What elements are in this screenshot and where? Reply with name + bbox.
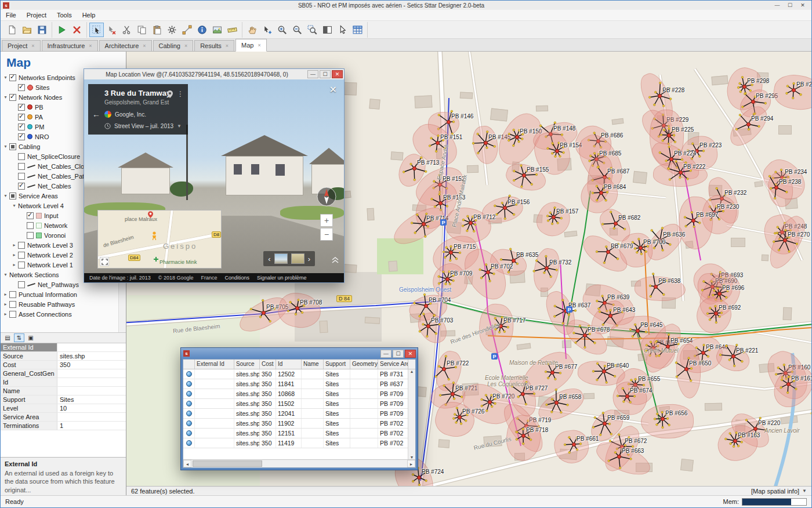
column-header-external-id[interactable]: External Id [195, 360, 234, 369]
data-table-window[interactable]: s — ☐ ✕ External IdSourceCostIdNameSuppo… [180, 347, 418, 470]
layer-checkbox[interactable] [18, 153, 25, 160]
photo-thumbnail[interactable] [291, 253, 304, 264]
layer-checkbox[interactable] [18, 183, 25, 190]
table-row[interactable]: sites.shp35011902SitesPB #702 [183, 419, 415, 429]
tree-expander-icon[interactable]: ▾ [2, 272, 9, 277]
street-view-photo[interactable]: ← 3 Rue du Tramway Geispolsheim, Grand E… [84, 79, 344, 273]
chevron-down-icon[interactable]: ▼ [177, 124, 182, 129]
layer-checkbox[interactable] [9, 94, 16, 101]
column-header-geometry[interactable]: Geometry [350, 360, 378, 369]
map-spatial-info[interactable]: [Map spatial info] ▼ [751, 488, 807, 495]
tree-expander-icon[interactable]: ▾ [2, 75, 9, 80]
table-row[interactable]: sites.shp35011841SitesPB #637 [183, 379, 415, 389]
tree-expander-icon[interactable]: ▾ [2, 193, 9, 198]
chevron-down-icon[interactable]: ▼ [802, 488, 807, 494]
tree-expander-icon[interactable]: ▸ [2, 302, 9, 307]
scroll-left-icon[interactable]: ◄ [183, 460, 191, 467]
property-value[interactable]: sites.shp [57, 352, 126, 360]
layer-checkbox[interactable] [18, 252, 25, 259]
column-header-source[interactable]: Source [234, 360, 260, 369]
layer-checkbox[interactable] [18, 104, 25, 111]
property-value[interactable]: 1 [57, 422, 126, 430]
select-button[interactable] [89, 23, 104, 37]
stop-button[interactable] [70, 23, 84, 37]
tab-infrastructure[interactable]: Infrastructure× [42, 40, 98, 51]
info-button[interactable] [195, 23, 209, 37]
property-row[interactable]: Level10 [1, 404, 126, 413]
layer-checkbox[interactable] [9, 193, 16, 199]
tree-expander-icon[interactable]: ▾ [2, 144, 9, 149]
tree-item[interactable]: ▸Reusable Pathways [1, 299, 126, 309]
select-area-button[interactable] [260, 23, 274, 37]
prev-photo-icon[interactable]: ‹ [268, 255, 270, 263]
close-button[interactable]: ✕ [796, 2, 809, 8]
scroll-right-icon[interactable]: ► [407, 460, 415, 467]
pointer-button[interactable] [335, 23, 350, 37]
table-row[interactable]: sites.shp35012151SitesPB #702 [183, 429, 415, 438]
tree-item[interactable]: ▸Punctual Information [1, 289, 126, 299]
table-maximize-button[interactable]: ☐ [393, 350, 404, 358]
property-row[interactable]: Name [1, 387, 126, 395]
tree-expander-icon[interactable]: ▸ [10, 242, 18, 248]
screenshot-button[interactable] [210, 23, 224, 37]
table-vscrollbar[interactable]: ▲▼ [408, 369, 415, 459]
tree-item[interactable]: ▸Asset Connections [1, 309, 126, 319]
layer-checkbox[interactable] [18, 262, 25, 268]
property-pages-icon[interactable]: ▣ [26, 333, 36, 342]
tree-expander-icon[interactable]: ▸ [2, 292, 9, 297]
property-row[interactable]: SupportSites [1, 395, 126, 404]
street-view-close-icon[interactable]: ✕ [329, 84, 337, 95]
more-options-icon[interactable]: ⋮ [177, 90, 184, 98]
tab-close-icon[interactable]: × [184, 43, 187, 49]
column-header-name[interactable]: Name [302, 360, 324, 369]
tree-expander-icon[interactable]: ▸ [10, 252, 18, 257]
layer-checkbox[interactable] [27, 212, 34, 219]
expand-thumbnails-icon[interactable] [331, 255, 339, 265]
menu-item-project[interactable]: Project [21, 10, 52, 20]
attribute-table-button[interactable] [350, 23, 365, 37]
minimap-expand-icon[interactable] [100, 257, 109, 266]
property-value[interactable] [57, 343, 126, 351]
layer-checkbox[interactable] [18, 163, 25, 170]
sv-minimize-button[interactable]: — [307, 70, 318, 78]
layer-checkbox[interactable] [18, 114, 25, 121]
layer-checkbox[interactable] [18, 124, 25, 130]
sv-close-button[interactable]: ✕ [332, 70, 343, 78]
property-row[interactable]: Id [1, 378, 126, 387]
table-row[interactable]: sites.shp35012041SitesPB #709 [183, 409, 415, 419]
street-view-window[interactable]: Map Location View @(7.6410353279641194, … [84, 68, 345, 283]
property-value[interactable]: Sites [57, 395, 126, 404]
menu-item-file[interactable]: File [1, 10, 21, 20]
property-value[interactable]: 350 [57, 361, 126, 369]
property-row[interactable]: External Id [1, 343, 126, 352]
street-view-minimap[interactable]: place Malrauxde BlaesheimGeispoPharmacie… [97, 210, 222, 268]
zoom-in-button[interactable] [275, 23, 289, 37]
layer-checkbox[interactable] [27, 232, 34, 239]
title-bar[interactable]: s SB05 - NRO et PM imposés avec aérien -… [1, 1, 811, 10]
compass-icon[interactable] [316, 186, 337, 208]
measure-button[interactable] [225, 23, 240, 37]
terms-link[interactable]: Conditions [224, 275, 249, 281]
layer-checkbox[interactable] [9, 291, 16, 298]
column-header-service-are[interactable]: Service Are [378, 360, 408, 369]
tab-project[interactable]: Project× [2, 40, 41, 51]
minimize-button[interactable]: — [771, 2, 784, 8]
menu-item-help[interactable]: Help [77, 10, 101, 20]
menu-item-tools[interactable]: Tools [52, 10, 77, 20]
report-problem-link[interactable]: Signaler un problème [257, 275, 307, 281]
layer-checkbox[interactable] [18, 173, 25, 180]
layer-checkbox[interactable] [18, 133, 25, 140]
snap-nodes-button[interactable] [180, 23, 194, 37]
property-row[interactable]: Sourcesites.shp [1, 352, 126, 361]
layer-checkbox[interactable] [18, 84, 25, 91]
open-project-button[interactable] [20, 23, 34, 37]
tree-expander-icon[interactable]: ▾ [10, 203, 18, 208]
table-window-title-bar[interactable]: s — ☐ ✕ [181, 348, 418, 359]
back-arrow-icon[interactable]: ← [92, 110, 100, 119]
tab-cabling[interactable]: Cabling× [153, 40, 194, 51]
column-header-support[interactable]: Support [324, 360, 350, 369]
settings-button[interactable] [165, 23, 179, 37]
new-file-button[interactable] [5, 23, 19, 37]
copy-button[interactable] [135, 23, 149, 37]
column-header-id[interactable]: Id [276, 360, 302, 369]
